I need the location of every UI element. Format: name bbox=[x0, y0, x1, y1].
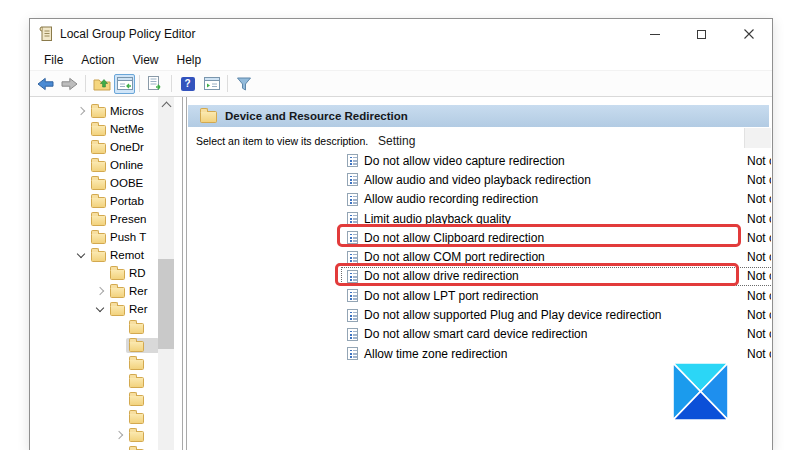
setting-state: Not configured bbox=[747, 327, 771, 341]
menu-file[interactable]: File bbox=[35, 51, 72, 69]
tree-item-oobe[interactable]: OOBE bbox=[30, 174, 158, 192]
app-icon bbox=[39, 26, 53, 42]
folder-icon bbox=[91, 215, 106, 226]
show-console-tree-button[interactable] bbox=[114, 74, 135, 94]
expander-icon[interactable] bbox=[73, 104, 88, 118]
policy-setting-row[interactable]: Allow audio recording redirectionNot con… bbox=[341, 190, 771, 209]
toolbar-separator bbox=[85, 75, 86, 92]
setting-state: Not configured bbox=[747, 269, 771, 283]
tree-item-onedrive[interactable]: OneDr bbox=[30, 138, 158, 156]
export-list-icon bbox=[147, 76, 164, 91]
policy-icon bbox=[347, 347, 358, 360]
folder-icon bbox=[129, 413, 144, 424]
toolbar: ? bbox=[30, 71, 772, 97]
expander-icon[interactable] bbox=[73, 248, 88, 262]
setting-state: Not configured bbox=[747, 212, 771, 226]
folder-icon bbox=[129, 395, 144, 406]
tree-item-netmeeting[interactable]: NetMe bbox=[30, 120, 158, 138]
toolbar-separator bbox=[171, 75, 172, 92]
menu-view[interactable]: View bbox=[124, 51, 168, 69]
tree-item-sub-1[interactable] bbox=[30, 318, 158, 336]
console-tree-panel: Micros NetMe OneDr Online OOBE Portab Pr… bbox=[30, 97, 182, 450]
tree-item-online[interactable]: Online bbox=[30, 156, 158, 174]
folder-icon bbox=[91, 125, 106, 136]
folder-icon bbox=[91, 179, 106, 190]
extended-view-button[interactable] bbox=[200, 73, 223, 95]
back-button[interactable] bbox=[34, 73, 57, 95]
folder-icon bbox=[129, 359, 144, 370]
group-title: Device and Resource Redirection bbox=[225, 110, 408, 122]
folder-icon bbox=[110, 287, 125, 298]
expander-icon[interactable] bbox=[92, 284, 107, 298]
forward-button[interactable] bbox=[58, 73, 81, 95]
filter-button[interactable] bbox=[232, 73, 255, 95]
tree-item-sub-5[interactable] bbox=[30, 390, 158, 408]
folder-icon bbox=[91, 107, 106, 118]
tree-item-remote-desktop-services[interactable]: Remot bbox=[30, 246, 158, 264]
policy-icon bbox=[347, 173, 358, 186]
settings-list: Do not allow video capture redirectionNo… bbox=[341, 151, 771, 363]
menu-help[interactable]: Help bbox=[168, 51, 211, 69]
setting-state: Not configured bbox=[747, 192, 771, 206]
tree-scrollbar[interactable] bbox=[158, 97, 174, 450]
minimize-button[interactable] bbox=[631, 19, 678, 49]
help-button[interactable]: ? bbox=[176, 73, 199, 95]
setting-state: Not configured bbox=[747, 250, 771, 264]
minimize-icon bbox=[650, 34, 660, 35]
policy-icon bbox=[347, 154, 358, 167]
policy-icon bbox=[347, 289, 358, 302]
expander-icon[interactable] bbox=[111, 428, 126, 442]
close-button[interactable] bbox=[725, 19, 772, 49]
windows-club-logo bbox=[673, 363, 728, 420]
filter-icon bbox=[236, 77, 252, 91]
policy-setting-row[interactable]: Do not allow LPT port redirectionNot con… bbox=[341, 286, 771, 305]
description-hint: Select an item to view its description. bbox=[196, 135, 368, 147]
policy-setting-row[interactable]: Do not allow smart card device redirecti… bbox=[341, 325, 771, 344]
folder-icon bbox=[129, 431, 144, 442]
setting-state: Not configured bbox=[747, 347, 771, 361]
policy-setting-row[interactable]: Allow audio and video playback redirecti… bbox=[341, 170, 771, 189]
tree-item-microsoft[interactable]: Micros bbox=[30, 102, 158, 120]
menu-bar: File Action View Help bbox=[30, 49, 772, 71]
console-tree: Micros NetMe OneDr Online OOBE Portab Pr… bbox=[30, 102, 158, 450]
scrollbar-thumb[interactable] bbox=[158, 259, 174, 349]
tree-item-remote-1[interactable]: Rer bbox=[30, 282, 158, 300]
export-list-button[interactable] bbox=[144, 73, 167, 95]
tree-item-sub-7[interactable] bbox=[30, 426, 158, 444]
tree-item-rd[interactable]: RD bbox=[30, 264, 158, 282]
policy-icon bbox=[347, 328, 358, 341]
panel-splitter[interactable] bbox=[182, 97, 187, 450]
tree-item-device-and-resource-redirection[interactable] bbox=[30, 336, 158, 354]
window-title: Local Group Policy Editor bbox=[60, 27, 195, 41]
back-icon bbox=[37, 77, 54, 91]
group-header-band: Device and Resource Redirection bbox=[188, 105, 769, 127]
tree-item-sub-4[interactable] bbox=[30, 372, 158, 390]
tree-item-presentation[interactable]: Presen bbox=[30, 210, 158, 228]
tree-item-portable[interactable]: Portab bbox=[30, 192, 158, 210]
policy-setting-row[interactable]: Do not allow video capture redirectionNo… bbox=[341, 151, 771, 170]
tree-item-sub-8[interactable] bbox=[30, 444, 158, 450]
window-controls bbox=[631, 19, 772, 49]
console-tree-icon bbox=[117, 77, 133, 90]
policy-icon bbox=[347, 309, 358, 322]
tree-item-sub-6[interactable] bbox=[30, 408, 158, 426]
folder-icon bbox=[129, 323, 144, 334]
extended-view-icon bbox=[204, 77, 220, 90]
setting-state: Not configured bbox=[747, 154, 771, 168]
expander-icon[interactable] bbox=[92, 302, 107, 316]
up-one-level-button[interactable] bbox=[90, 73, 113, 95]
policy-setting-row[interactable]: Do not allow supported Plug and Play dev… bbox=[341, 305, 771, 324]
scroll-up-button[interactable] bbox=[158, 97, 174, 112]
policy-setting-row[interactable]: Allow time zone redirectionNot configure… bbox=[341, 344, 771, 363]
state-column-header[interactable] bbox=[744, 128, 771, 148]
tree-item-sub-3[interactable] bbox=[30, 354, 158, 372]
policy-icon bbox=[347, 193, 358, 206]
tree-item-push[interactable]: Push T bbox=[30, 228, 158, 246]
folder-icon bbox=[110, 269, 125, 280]
setting-column-header[interactable]: Setting bbox=[378, 134, 415, 148]
menu-action[interactable]: Action bbox=[72, 51, 123, 69]
toolbar-separator bbox=[227, 75, 228, 92]
maximize-button[interactable] bbox=[678, 19, 725, 49]
tree-item-remote-2[interactable]: Rer bbox=[30, 300, 158, 318]
title-bar[interactable]: Local Group Policy Editor bbox=[30, 19, 772, 49]
